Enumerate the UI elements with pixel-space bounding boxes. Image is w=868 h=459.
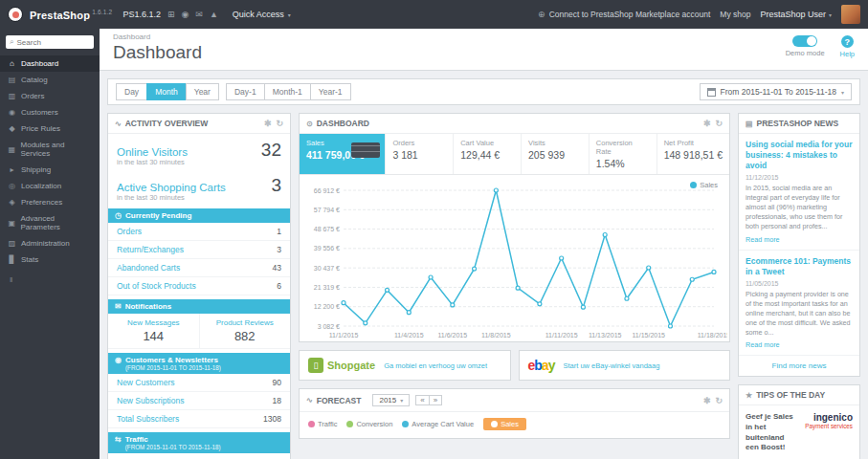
upgrade-rocket-icon[interactable]: ▲ xyxy=(210,10,218,19)
sidebar-item-dashboard[interactable]: ⌂Dashboard xyxy=(0,55,100,72)
customer-icon[interactable]: ◉ xyxy=(182,10,189,19)
settings-icon[interactable]: ✱ xyxy=(264,119,272,128)
sidebar-item-price-rules[interactable]: ◆Price Rules xyxy=(0,120,100,137)
kpi-conversion-rate[interactable]: Conversion Rate 1.54% xyxy=(590,134,657,174)
new-messages-cell[interactable]: New Messages 144 xyxy=(108,314,200,348)
news-article-title[interactable]: Using social media for your business: 4 … xyxy=(746,140,853,171)
settings-icon[interactable]: ✱ xyxy=(703,396,711,405)
ebay-link[interactable]: Start uw eBay-winkel vandaag xyxy=(563,361,659,370)
sidebar-item-advanced-parameters[interactable]: ▣Advanced Parameters xyxy=(0,210,100,235)
kpi-sales[interactable]: Sales 411 759,00 € xyxy=(300,134,386,174)
filter-month-1-button[interactable]: Month-1 xyxy=(264,83,311,100)
sidebar-item-stats[interactable]: ▊Stats xyxy=(0,251,100,268)
prestashop-news-panel: ▤ PRESTASHOP NEWS Using social media for… xyxy=(738,113,860,377)
forecast-year-select[interactable]: 2015 ▾ xyxy=(372,394,410,406)
dashboard-column: ⊙ DASHBOARD ✱ ↻ Sales 411 759,00 € Order… xyxy=(299,113,730,439)
sidebar-collapse-button[interactable]: ‖ xyxy=(10,275,90,284)
filter-day-1-button[interactable]: Day-1 xyxy=(226,83,265,100)
pending-row-returns[interactable]: Return/Exchanges3 xyxy=(108,241,290,259)
tip-icon: ★ xyxy=(746,391,752,400)
pending-row-orders[interactable]: Orders1 xyxy=(108,223,290,241)
kpi-cart-value[interactable]: Cart Value 129,44 € xyxy=(454,134,522,174)
read-more-link[interactable]: Read more xyxy=(746,235,853,244)
svg-text:11/15/2015: 11/15/2015 xyxy=(632,332,665,339)
shopgate-link[interactable]: Ga mobiel en verhoog uw omzet xyxy=(384,361,487,370)
forecast-legend-sales[interactable]: Sales xyxy=(483,418,526,430)
svg-text:30 437 €: 30 437 € xyxy=(314,265,340,272)
forecast-prev-button[interactable]: « xyxy=(415,395,429,405)
forecast-next-button[interactable]: » xyxy=(429,395,442,405)
sidebar-item-administration[interactable]: ▨Administration xyxy=(0,235,100,251)
messages-icon[interactable]: ✉ xyxy=(195,10,203,19)
find-more-news-link[interactable]: Find more news xyxy=(739,356,859,376)
user-avatar[interactable] xyxy=(841,5,860,24)
sidebar-item-customers[interactable]: ◉Customers xyxy=(0,104,100,120)
svg-text:66 912 €: 66 912 € xyxy=(314,187,340,194)
news-article-date: 11/05/2015 xyxy=(746,280,853,287)
filter-year-1-button[interactable]: Year-1 xyxy=(310,83,351,100)
forecast-legend-average-cart-value[interactable]: Average Cart Value xyxy=(402,420,474,428)
sidebar-item-preferences[interactable]: ◈Preferences xyxy=(0,194,100,210)
brand-name: PrestaShop1.6.1.2 xyxy=(30,9,112,21)
kpi-net-profit[interactable]: Net Profit 148 918,51 € xyxy=(657,134,729,174)
notifications-header: ✉ Notifications xyxy=(108,299,290,314)
sales-legend-dot-icon xyxy=(690,182,697,188)
news-article-body: Picking a payment provider is one of the… xyxy=(746,290,853,338)
pending-row-out-of-stock[interactable]: Out of Stock Products6 xyxy=(108,277,290,295)
kpi-orders[interactable]: Orders 3 181 xyxy=(386,134,454,174)
sidebar-search[interactable]: ⌕ xyxy=(6,35,94,49)
forecast-legend-traffic[interactable]: Traffic xyxy=(308,420,337,428)
shop-name-link[interactable]: PS1.6.1.2 xyxy=(122,10,161,19)
administration-icon: ▨ xyxy=(8,239,16,248)
customers-row-total-subscribers[interactable]: Total Subscribers1308 xyxy=(108,410,290,428)
forecast-legend-conversion[interactable]: Conversion xyxy=(346,420,392,428)
forecast-panel-title: FORECAST xyxy=(317,396,362,405)
sidebar: ⌕ ⌂Dashboard ▤Catalog ▥Orders ◉Customers… xyxy=(0,29,100,459)
sidebar-item-orders[interactable]: ▥Orders xyxy=(0,88,100,104)
customers-row-new-subscriptions[interactable]: New Subscriptions18 xyxy=(108,392,290,410)
pending-row-abandoned-carts[interactable]: Abandoned Carts43 xyxy=(108,259,290,277)
demo-mode-toggle[interactable]: Demo mode xyxy=(786,35,825,58)
user-menu[interactable]: PrestaShop User▾ xyxy=(760,10,832,19)
google-analytics-link[interactable]: ∞ Link to your Google Analytics account xyxy=(108,453,290,459)
toggle-switch-icon[interactable] xyxy=(792,35,817,47)
date-range-picker[interactable]: From 2015-11-01 To 2015-11-18 ▾ xyxy=(700,83,852,100)
settings-icon[interactable]: ✱ xyxy=(703,119,711,128)
my-shop-link[interactable]: My shop xyxy=(720,10,750,19)
sidebar-item-localization[interactable]: ◎Localization xyxy=(0,178,100,194)
kpi-visits[interactable]: Visits 205 939 xyxy=(522,134,590,174)
prestashop-logo-icon[interactable] xyxy=(8,7,23,22)
refresh-icon[interactable]: ↻ xyxy=(715,119,723,128)
filter-year-button[interactable]: Year xyxy=(186,83,219,100)
activity-panel-title: ACTIVITY OVERVIEW xyxy=(125,119,209,128)
refresh-icon[interactable]: ↻ xyxy=(276,119,283,128)
filter-day-button[interactable]: Day xyxy=(116,83,147,100)
forecast-icon: ∿ xyxy=(306,396,313,404)
quick-access-menu[interactable]: Quick Access▾ xyxy=(233,10,291,19)
customers-row-new-customers[interactable]: New Customers90 xyxy=(108,374,290,392)
sidebar-item-shipping[interactable]: ▸Shipping xyxy=(0,162,100,178)
quick-access-label: Quick Access xyxy=(233,10,284,19)
online-visitors-stat[interactable]: Online Visitors 32 in the last 30 minute… xyxy=(108,134,290,169)
forecast-legend: Traffic Conversion Average Cart Value Sa… xyxy=(300,412,729,438)
breadcrumb: Dashboard xyxy=(113,33,202,41)
news-article: Using social media for your business: 4 … xyxy=(739,134,859,251)
filter-month-button[interactable]: Month xyxy=(146,83,187,100)
refresh-icon[interactable]: ↻ xyxy=(715,396,723,405)
version-label: 1.6.1.2 xyxy=(92,9,112,15)
sidebar-item-catalog[interactable]: ▤Catalog xyxy=(0,72,100,88)
calendar-icon xyxy=(707,88,716,97)
cart-icon[interactable]: ⊞ xyxy=(167,10,175,19)
active-carts-stat[interactable]: Active Shopping Carts 3 in the last 30 m… xyxy=(108,169,290,205)
news-article: Ecommerce 101: Payments in a Tweet 11/05… xyxy=(739,251,859,356)
news-article-title[interactable]: Ecommerce 101: Payments in a Tweet xyxy=(746,256,853,277)
read-more-link[interactable]: Read more xyxy=(746,340,853,349)
dashboard-icon: ⊙ xyxy=(306,120,313,128)
activity-panel-header: ∿ ACTIVITY OVERVIEW ✱ ↻ xyxy=(108,114,290,134)
marketplace-link[interactable]: ⊕Connect to PrestaShop Marketplace accou… xyxy=(538,10,710,19)
help-button[interactable]: ? Help xyxy=(840,35,855,58)
activity-overview-panel: ∿ ACTIVITY OVERVIEW ✱ ↻ Online Visitors … xyxy=(107,113,291,459)
search-input[interactable] xyxy=(16,38,83,47)
sidebar-item-modules[interactable]: ▦Modules and Services xyxy=(0,137,100,162)
product-reviews-cell[interactable]: Product Reviews 882 xyxy=(200,314,291,348)
